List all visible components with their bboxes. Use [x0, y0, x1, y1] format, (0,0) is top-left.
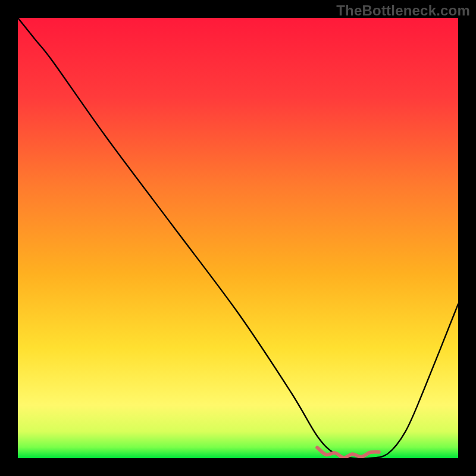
chart-svg [18, 18, 458, 458]
chart-background [18, 18, 458, 458]
watermark-text: TheBottleneck.com [336, 2, 470, 19]
plot-area [18, 18, 458, 458]
chart-frame: TheBottleneck.com [0, 0, 476, 476]
